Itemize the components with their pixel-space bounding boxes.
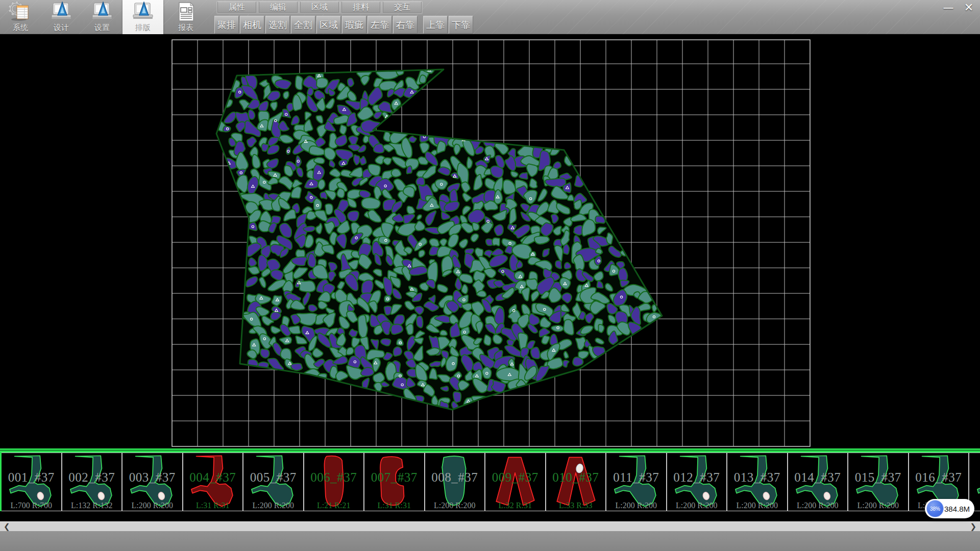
piece-thumbnail-15[interactable]: 015_#37L:200 R:200 [848, 453, 909, 511]
tab-design[interactable]: 设计 [41, 0, 82, 34]
piece-thumbnail-2[interactable]: 002_#37L:132 R:132 [62, 453, 123, 511]
tool-button-3[interactable]: 全割 [291, 16, 315, 34]
piece-thumbnail-9[interactable]: 009_#37L:32 R:31 [485, 453, 546, 511]
piece-lr-count: L:31 R:31 [364, 501, 424, 510]
piece-thumbnail-4[interactable]: 004_#37L:31 R:31 [183, 453, 244, 511]
tool-button-7[interactable]: 右靠 [393, 16, 418, 34]
menu-item-2[interactable]: 区域 [300, 2, 339, 13]
piece-thumbnail-12[interactable]: 012_#37L:200 R:200 [667, 453, 728, 511]
menu-item-0[interactable]: 属性 [217, 2, 256, 13]
piece-thumbnail-3[interactable]: 003_#37L:200 R:200 [122, 453, 183, 511]
piece-thumbnail-list: 001_#37L:700 R:700002_#37L:132 R:132003_… [0, 453, 980, 511]
tool-button-4[interactable]: 区域 [316, 16, 341, 34]
piece-name: 007_#37 [364, 470, 424, 485]
piece-thumbnail-13[interactable]: 013_#37L:200 R:200 [727, 453, 788, 511]
memory-value: 384.8M [944, 499, 970, 518]
piece-name: 006_#37 [304, 470, 364, 485]
tab-layout[interactable]: 排版 [122, 0, 163, 34]
piece-name: 0 [969, 470, 980, 485]
menu-bar: 属性编辑区域排料交互 [216, 1, 423, 14]
piece-thumbnail-14[interactable]: 014_#37L:200 R:200 [788, 453, 849, 511]
tab-report[interactable]: 报表 [165, 0, 206, 34]
tab-label: 系统 [13, 23, 28, 33]
piece-name: 009_#37 [485, 470, 545, 485]
piece-lr-count: L:132 R:132 [62, 501, 122, 510]
nesting-canvas[interactable] [0, 34, 980, 448]
tab-system[interactable]: 系统 [0, 0, 41, 34]
piece-lr-count: L:200 R:200 [425, 501, 485, 510]
piece-lr-count: L:200 R:200 [727, 501, 787, 510]
piece-thumbnail-strip: 001_#37L:700 R:700002_#37L:132 R:132003_… [0, 448, 980, 511]
scroll-left-arrow-icon[interactable]: ❮ [4, 522, 10, 531]
piece-lr-count: L:200 R:200 [122, 501, 182, 510]
piece-name: 015_#37 [848, 470, 908, 485]
piece-thumbnail-1[interactable]: 001_#37L:700 R:700 [2, 453, 62, 511]
top-toolbar: 系统设计设置排版报表 属性编辑区域排料交互 聚排相机选割全割区域瑕疵左靠右靠上靠… [0, 0, 980, 34]
piece-name: 002_#37 [62, 470, 122, 485]
menu-item-3[interactable]: 排料 [341, 2, 380, 13]
scroll-right-arrow-icon[interactable]: ❯ [970, 522, 976, 531]
tab-label: 报表 [178, 23, 193, 33]
piece-name: 011_#37 [606, 470, 666, 485]
piece-lr-count: L:200 R:200 [788, 501, 848, 510]
menu-item-4[interactable]: 交互 [383, 2, 422, 13]
close-button[interactable]: ✕ [961, 2, 977, 14]
main-tab-bar: 系统设计设置排版报表 [0, 0, 206, 34]
design-ruler-icon [50, 2, 73, 22]
piece-lr-count: L:200 R:200 [667, 501, 727, 510]
tool-button-0[interactable]: 聚排 [214, 16, 239, 34]
status-bar [0, 531, 980, 551]
piece-thumbnail-5[interactable]: 005_#37L:200 R:200 [243, 453, 304, 511]
piece-name: 001_#37 [2, 470, 61, 485]
piece-name: 013_#37 [727, 470, 787, 485]
piece-thumbnail-10[interactable]: 010_#37L:33 R:33 [546, 453, 607, 511]
tool-button-9[interactable]: 下靠 [449, 16, 473, 34]
piece-lr-count: L:200 R:200 [848, 501, 908, 510]
piece-thumbnail-11[interactable]: 011_#37L:200 R:200 [606, 453, 667, 511]
tool-button-6[interactable]: 左靠 [368, 16, 392, 34]
piece-lr-count: L:31 R:31 [183, 501, 243, 510]
menu-item-1[interactable]: 编辑 [259, 2, 298, 13]
piece-name: 010_#37 [546, 470, 606, 485]
piece-lr-count: L:200 R:200 [243, 501, 303, 510]
window-controls: — ✕ [940, 2, 977, 14]
piece-lr-count: L:200 R:200 [606, 501, 666, 510]
tab-label: 排版 [135, 23, 151, 33]
piece-lr-count: L:32 R:31 [485, 501, 545, 510]
tool-button-5[interactable]: 瑕疵 [342, 16, 366, 34]
settings-ruler-icon [90, 2, 114, 22]
piece-name: 003_#37 [122, 470, 182, 485]
piece-name: 016_#37 [909, 470, 969, 485]
piece-lr-count: L:21 R:21 [304, 501, 364, 510]
strip-green-border [0, 448, 980, 453]
piece-lr-count: L:700 R:700 [2, 501, 61, 510]
layout-ruler-icon [131, 2, 155, 22]
piece-name: 012_#37 [667, 470, 727, 485]
piece-thumbnail-7[interactable]: 007_#37L:31 R:31 [364, 453, 425, 511]
nesting-app-window: 系统设计设置排版报表 属性编辑区域排料交互 聚排相机选割全割区域瑕疵左靠右靠上靠… [0, 0, 980, 551]
tool-button-1[interactable]: 相机 [240, 16, 264, 34]
memory-usage-badge: 38% 384.8M [925, 499, 974, 518]
piece-name: 014_#37 [788, 470, 848, 485]
report-doc-icon [174, 2, 198, 22]
minimize-button[interactable]: — [940, 2, 957, 14]
piece-name: 004_#37 [183, 470, 243, 485]
system-gear-icon [9, 2, 32, 22]
tool-button-8[interactable]: 上靠 [423, 16, 448, 34]
tab-label: 设计 [54, 23, 69, 33]
horizontal-scrollbar[interactable]: ❮ ❯ [0, 521, 980, 531]
piece-thumbnail-8[interactable]: 008_#37L:200 R:200 [425, 453, 486, 511]
piece-thumbnail-6[interactable]: 006_#37L:21 R:21 [304, 453, 365, 511]
piece-name: 008_#37 [425, 470, 485, 485]
canvas-svg [0, 34, 980, 448]
tool-button-2[interactable]: 选割 [265, 16, 290, 34]
piece-lr-count: L:33 R:33 [546, 501, 606, 510]
tab-settings[interactable]: 设置 [82, 0, 122, 34]
piece-name: 005_#37 [243, 470, 303, 485]
tool-button-row: 聚排相机选割全割区域瑕疵左靠右靠上靠下靠 [214, 16, 473, 34]
cpu-percent-indicator: 38% [926, 500, 944, 517]
tab-label: 设置 [94, 23, 110, 33]
